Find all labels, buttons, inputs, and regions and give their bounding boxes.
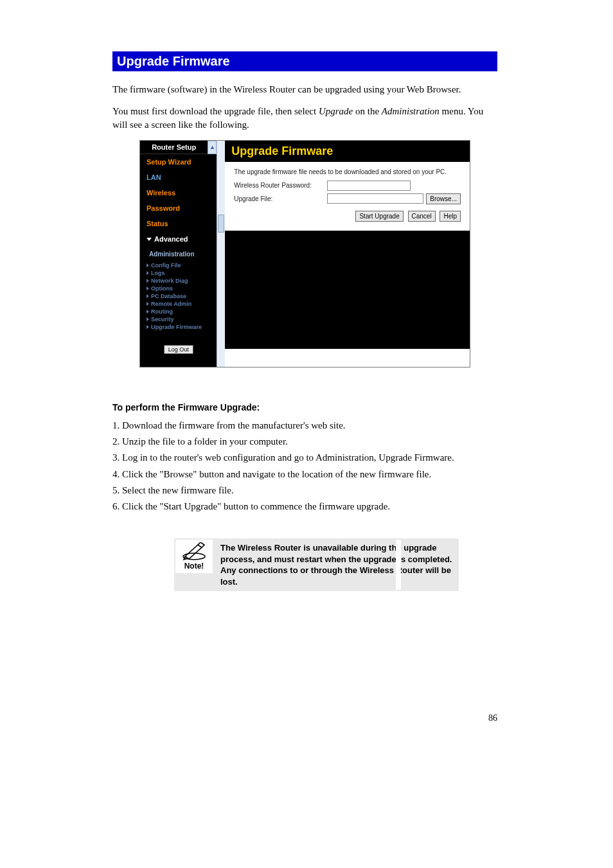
step-5: 5. Select the new firmware file. [112,484,497,497]
sidebar-sub-security[interactable]: Security [140,315,217,323]
note-text-content: The Wireless Router is unavailable durin… [220,543,452,587]
sidebar-item-setup-wizard[interactable]: Setup Wizard [140,154,217,170]
note-box: Note! The Wireless Router is unavailable… [174,538,459,591]
step-3: 3. Log in to the router's web configurat… [112,451,497,464]
main-blank-area [225,231,470,349]
note-label: Note! [178,562,210,571]
step-2: 2. Unzip the file to a folder in your co… [112,435,497,448]
password-row: Wireless Router Password: [234,181,461,191]
sidebar-sub-pc-database[interactable]: PC Database [140,292,217,300]
p2-italic-admin: Administration [382,106,440,116]
sidebar-sub-label: Routing [151,308,173,315]
arrow-right-icon [147,263,149,267]
sidebar-sub-routing[interactable]: Routing [140,308,217,315]
page-number: 86 [112,713,497,723]
sidebar: Router Setup ▲ Setup Wizard LAN Wireless… [140,141,217,367]
main-info-text: The upgrade firmware file needs to be do… [234,168,461,175]
p2-italic-upgrade: Upgrade [319,106,353,116]
sidebar-header: Router Setup [140,141,208,154]
sidebar-item-administration[interactable]: Administration [140,247,217,261]
scrollbar-thumb[interactable] [218,215,224,233]
step-6: 6. Click the "Start Upgrade" button to c… [112,500,497,513]
sidebar-sub-label: Remote Admin [151,301,191,307]
sidebar-item-advanced[interactable]: Advanced [140,231,217,247]
help-button[interactable]: Help [440,211,461,222]
sidebar-item-status[interactable]: Status [140,216,217,231]
router-screenshot: Router Setup ▲ Setup Wizard LAN Wireless… [139,140,470,368]
file-row: Upgrade File: Browse... [234,193,461,204]
file-label: Upgrade File: [234,195,327,202]
sidebar-sub-label: Logs [151,270,165,276]
file-input[interactable] [327,193,423,204]
arrow-right-icon [147,294,149,298]
step-4: 4. Click the "Browse" button and navigat… [112,468,497,481]
steps-heading: To perform the Firmware Upgrade: [112,402,497,412]
sidebar-item-password[interactable]: Password [140,200,217,216]
sidebar-item-lan[interactable]: LAN [140,170,217,185]
chevron-down-icon [147,238,152,241]
arrow-right-icon [147,271,149,275]
arrow-right-icon [147,317,149,321]
arrow-right-icon [147,325,149,329]
sidebar-sub-upgrade-firmware[interactable]: Upgrade Firmware [140,323,217,331]
note-text: The Wireless Router is unavailable durin… [219,540,455,590]
cancel-button[interactable]: Cancel [408,211,436,222]
sidebar-sub-remote-admin[interactable]: Remote Admin [140,300,217,308]
sidebar-item-advanced-label: Advanced [154,235,188,243]
sidebar-sub-logs[interactable]: Logs [140,269,217,277]
sidebar-sub-label: Upgrade Firmware [151,324,202,330]
intro-paragraph-1: The firmware (software) in the Wireless … [112,83,497,96]
p2-part-c: on the [353,106,382,116]
arrow-right-icon [147,310,149,314]
scrollbar-track[interactable] [217,141,225,367]
section-header: Upgrade Firmware [112,51,497,71]
sidebar-sub-label: Config File [151,262,181,269]
sidebar-item-wireless[interactable]: Wireless [140,185,217,200]
sidebar-sub-label: PC Database [151,293,186,299]
arrow-right-icon [147,287,149,290]
intro-paragraph-2: You must first download the upgrade file… [112,105,497,131]
pen-icon [181,542,207,560]
sidebar-sub-label: Options [151,285,173,292]
password-label: Wireless Router Password: [234,182,327,189]
main-body: The upgrade firmware file needs to be do… [225,162,470,228]
arrow-right-icon [147,279,149,283]
main-title: Upgrade Firmware [225,141,470,162]
arrow-right-icon [147,302,149,306]
password-input[interactable] [327,181,411,191]
p2-part-a: You must first download the upgrade file… [112,106,319,116]
note-gap-artifact [396,540,401,590]
button-row: Start Upgrade Cancel Help [234,211,461,222]
scroll-up-arrow-icon[interactable]: ▲ [208,141,217,154]
sidebar-sub-label: Network Diag [151,278,188,284]
note-icon-cell: Note! [175,540,213,573]
browse-button[interactable]: Browse... [426,193,461,204]
sidebar-sub-options[interactable]: Options [140,285,217,292]
logout-button[interactable]: Log Out [164,345,193,354]
sidebar-sub-config-file[interactable]: Config File [140,261,217,269]
sidebar-sub-label: Security [151,316,174,323]
start-upgrade-button[interactable]: Start Upgrade [355,211,403,222]
sidebar-sub-network-diag[interactable]: Network Diag [140,277,217,285]
main-panel: Upgrade Firmware The upgrade firmware fi… [225,141,470,367]
step-1: 1. Download the firmware from the manufa… [112,419,497,432]
